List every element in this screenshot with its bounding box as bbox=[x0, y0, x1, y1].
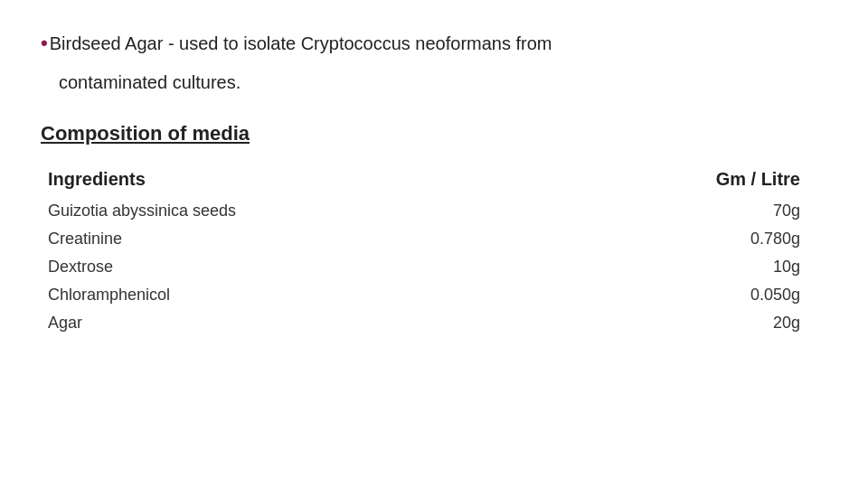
birdseed-label: Birdseed bbox=[50, 33, 121, 53]
table-row: Agar20g bbox=[41, 309, 827, 337]
table-header-row: Ingredients Gm / Litre bbox=[41, 165, 827, 197]
intro-line: •Birdseed Agar - used to isolate Cryptoc… bbox=[41, 27, 827, 59]
ingredient-cell: Dextrose bbox=[41, 253, 537, 281]
table-row: Chloramphenicol0.050g bbox=[41, 281, 827, 309]
section-title: Composition of media bbox=[41, 122, 827, 145]
composition-table: Ingredients Gm / Litre Guizotia abyssini… bbox=[41, 165, 827, 337]
second-line: contaminated cultures. bbox=[41, 68, 827, 97]
amount-cell: 10g bbox=[537, 253, 828, 281]
table-row: Creatinine0.780g bbox=[41, 225, 827, 253]
table-row: Guizotia abyssinica seeds70g bbox=[41, 197, 827, 225]
amount-cell: 20g bbox=[537, 309, 828, 337]
table-row: Dextrose10g bbox=[41, 253, 827, 281]
ingredient-cell: Creatinine bbox=[41, 225, 537, 253]
bullet-icon: • bbox=[41, 32, 48, 54]
ingredient-cell: Chloramphenicol bbox=[41, 281, 537, 309]
col-ingredients-header: Ingredients bbox=[41, 165, 537, 197]
intro-text-part3: - used to isolate Cryptococcus neoforman… bbox=[163, 33, 552, 53]
agar-label: Agar bbox=[125, 33, 163, 53]
ingredient-cell: Guizotia abyssinica seeds bbox=[41, 197, 537, 225]
amount-cell: 70g bbox=[537, 197, 828, 225]
col-amount-header: Gm / Litre bbox=[537, 165, 828, 197]
amount-cell: 0.780g bbox=[537, 225, 828, 253]
page-container: •Birdseed Agar - used to isolate Cryptoc… bbox=[0, 0, 868, 488]
amount-cell: 0.050g bbox=[537, 281, 828, 309]
ingredient-cell: Agar bbox=[41, 309, 537, 337]
